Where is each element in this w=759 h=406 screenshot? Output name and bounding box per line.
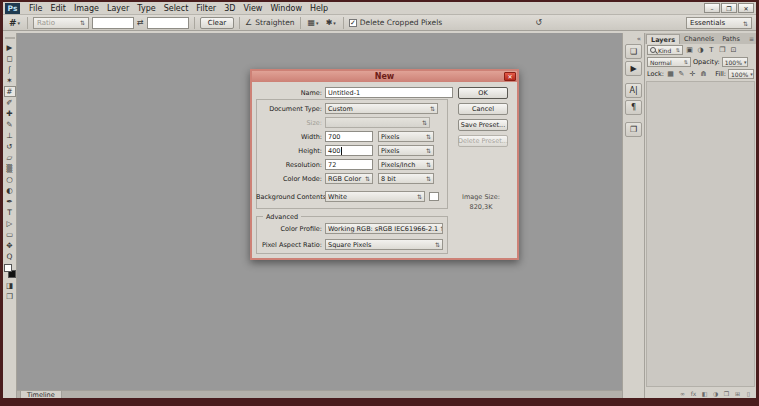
filter-kind-select[interactable]: Kind ⇅ xyxy=(647,45,683,55)
lock-position-icon[interactable]: ✛ xyxy=(688,70,697,78)
layer-group-icon[interactable]: ❒ xyxy=(722,390,731,397)
blend-mode-select[interactable]: Normal ⇅ xyxy=(647,57,691,67)
menu-select[interactable]: Select xyxy=(160,4,193,13)
paragraph-panel-button[interactable]: ¶ xyxy=(625,100,642,115)
marquee-tool[interactable]: ◻ xyxy=(4,53,16,64)
background-color-chip[interactable] xyxy=(429,192,439,201)
width-unit-select[interactable]: Pixels ⇅ xyxy=(378,131,434,142)
ok-button[interactable]: OK xyxy=(458,87,508,99)
lock-transparent-icon[interactable]: ▦ xyxy=(666,70,675,78)
character-panel-button[interactable]: A| xyxy=(625,83,642,98)
brush-tool[interactable]: ✎ xyxy=(4,119,16,130)
background-contents-select[interactable]: White ⇅ xyxy=(325,191,425,202)
dialog-title-bar[interactable]: New ✕ xyxy=(252,71,517,82)
hand-tool[interactable]: ✥ xyxy=(4,240,16,251)
crop-options-button[interactable]: ✱ ▾ xyxy=(324,18,338,27)
document-type-select[interactable]: Custom ⇅ xyxy=(325,103,438,114)
menu-file[interactable]: File xyxy=(25,4,46,13)
name-input[interactable]: Untitled-1 xyxy=(325,87,453,98)
menu-window[interactable]: Window xyxy=(266,4,306,13)
width-input[interactable]: 700 xyxy=(325,131,373,142)
color-profile-select[interactable]: Working RGB: sRGB IEC61966-2.1 ⇅ xyxy=(325,223,443,234)
magic-wand-tool[interactable]: ✶ xyxy=(4,75,16,86)
blur-tool[interactable]: ○ xyxy=(4,174,16,185)
swap-dimensions-icon[interactable]: ⇄ xyxy=(137,18,144,27)
workspace-select[interactable]: Essentials ⇅ xyxy=(686,17,752,29)
adjustment-layer-icon[interactable]: ◑ xyxy=(711,390,720,397)
menu-type[interactable]: Type xyxy=(133,4,159,13)
healing-brush-tool[interactable]: ✚ xyxy=(4,108,16,119)
menu-image[interactable]: Image xyxy=(70,4,103,13)
bit-depth-select[interactable]: 8 bit ⇅ xyxy=(378,173,434,184)
reset-tool-icon[interactable]: ↺ xyxy=(535,18,542,27)
eraser-tool[interactable]: ▱ xyxy=(4,152,16,163)
shape-tool[interactable]: ▭ xyxy=(4,229,16,240)
layers-list[interactable] xyxy=(646,81,755,387)
foreground-color-swatch[interactable] xyxy=(4,264,12,272)
restore-button[interactable]: ❐ xyxy=(721,3,737,13)
layer-mask-icon[interactable]: ◧ xyxy=(700,390,709,397)
new-layer-icon[interactable]: ⊞ xyxy=(733,390,742,397)
eyedropper-tool[interactable]: ✐ xyxy=(4,97,16,108)
overlay-options-button[interactable]: ▦ ▾ xyxy=(306,18,321,27)
straighten-label[interactable]: Straighten xyxy=(255,18,294,27)
crop-height-input[interactable] xyxy=(147,17,189,29)
gradient-tool[interactable]: ▒ xyxy=(4,163,16,174)
crop-ratio-select[interactable]: Ratio ⇅ xyxy=(33,17,89,29)
tab-channels[interactable]: Channels xyxy=(680,34,718,44)
quick-mask-button[interactable]: ◨ xyxy=(4,280,16,291)
pen-tool[interactable]: ✒ xyxy=(4,196,16,207)
filter-adjustment-layers-icon[interactable]: ◑ xyxy=(696,46,705,54)
resolution-input[interactable]: 72 xyxy=(325,159,373,170)
lock-all-icon[interactable]: ⋒ xyxy=(699,70,708,78)
expand-panels-icon[interactable]: « xyxy=(637,35,644,43)
delete-preset-button[interactable]: Delete Preset... xyxy=(458,135,508,147)
clone-stamp-tool[interactable]: ⊥ xyxy=(4,130,16,141)
zoom-tool[interactable]: Q xyxy=(4,251,16,262)
delete-layer-icon[interactable]: ▯ xyxy=(744,390,753,397)
panel-menu-icon[interactable]: ≡ xyxy=(749,35,754,42)
clear-button[interactable]: Clear xyxy=(200,17,234,29)
clone-source-panel-button[interactable]: ❐ xyxy=(625,122,642,137)
dialog-close-button[interactable]: ✕ xyxy=(504,72,516,81)
pixel-aspect-ratio-select[interactable]: Square Pixels ⇅ xyxy=(325,239,443,250)
close-button[interactable]: ✕ xyxy=(738,3,754,13)
advanced-group-label[interactable]: Advanced xyxy=(263,213,301,221)
move-tool[interactable]: ▶ xyxy=(4,42,16,53)
height-unit-select[interactable]: Pixels ⇅ xyxy=(378,145,434,156)
lock-pixels-icon[interactable]: ✎ xyxy=(677,70,686,78)
filter-type-layers-icon[interactable]: T xyxy=(707,46,716,54)
menu-edit[interactable]: Edit xyxy=(46,4,70,13)
menu-view[interactable]: View xyxy=(239,4,266,13)
height-input[interactable]: 400 xyxy=(325,145,373,156)
crop-width-input[interactable] xyxy=(92,17,134,29)
save-preset-button[interactable]: Save Preset... xyxy=(458,119,508,131)
history-brush-tool[interactable]: ↺ xyxy=(4,141,16,152)
menu-help[interactable]: Help xyxy=(306,4,332,13)
menu-filter[interactable]: Filter xyxy=(192,4,220,13)
filter-smart-object-icon[interactable]: ⊡ xyxy=(729,46,738,54)
filter-group-layers-icon[interactable]: ❒ xyxy=(718,46,727,54)
dodge-tool[interactable]: ◐ xyxy=(4,185,16,196)
actions-panel-button[interactable]: ▶ xyxy=(625,61,642,76)
cancel-button[interactable]: Cancel xyxy=(458,103,508,115)
minimize-button[interactable]: – xyxy=(704,3,720,13)
fill-select[interactable]: 100% ▾ xyxy=(728,69,754,79)
type-tool[interactable]: T xyxy=(4,207,16,218)
crop-tool[interactable]: # xyxy=(4,86,16,97)
path-selection-tool[interactable]: ▷ xyxy=(4,218,16,229)
panel-grip[interactable] xyxy=(5,37,15,39)
brush-presets-panel-button[interactable]: ❏ xyxy=(625,44,642,59)
timeline-tab[interactable]: Timeline xyxy=(20,390,62,398)
crop-tool-preset-button[interactable]: # ▾ xyxy=(7,18,22,28)
tab-layers[interactable]: Layers xyxy=(646,34,680,44)
opacity-select[interactable]: 100% ▾ xyxy=(722,57,748,67)
filter-pixel-layers-icon[interactable]: ▣ xyxy=(685,46,694,54)
screen-mode-button[interactable]: ❐ xyxy=(4,291,16,302)
menu-layer[interactable]: Layer xyxy=(103,4,133,13)
layer-effects-icon[interactable]: fx xyxy=(689,390,698,397)
menu-3d[interactable]: 3D xyxy=(220,4,239,13)
size-select[interactable]: ⇅ xyxy=(325,117,430,128)
delete-cropped-pixels-checkbox[interactable]: ✓ xyxy=(349,19,357,27)
tab-paths[interactable]: Paths xyxy=(718,34,744,44)
